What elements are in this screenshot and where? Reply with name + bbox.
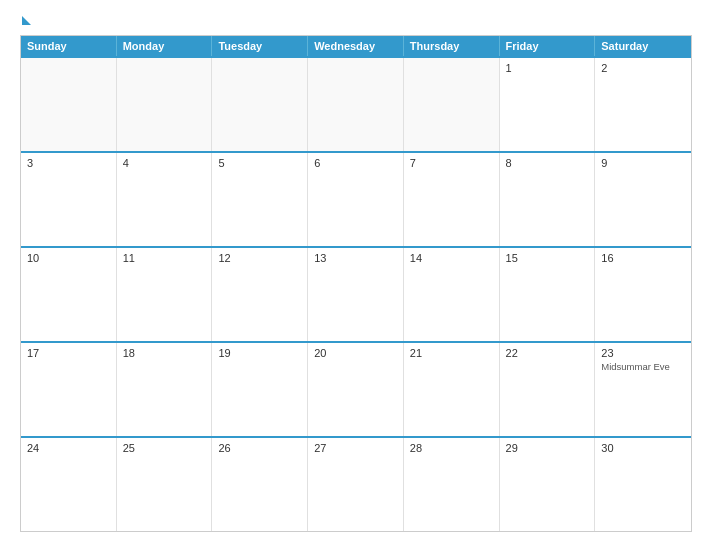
weekday-header-cell: Wednesday	[308, 36, 404, 56]
calendar-cell: 17	[21, 343, 117, 436]
calendar-cell: 23Midsummar Eve	[595, 343, 691, 436]
calendar-cell: 10	[21, 248, 117, 341]
calendar-cell: 27	[308, 438, 404, 531]
day-number: 9	[601, 157, 685, 169]
calendar-cell: 8	[500, 153, 596, 246]
calendar-cell: 30	[595, 438, 691, 531]
calendar-cell: 1	[500, 58, 596, 151]
calendar-cell: 3	[21, 153, 117, 246]
day-number: 18	[123, 347, 206, 359]
calendar-cell: 29	[500, 438, 596, 531]
day-number: 11	[123, 252, 206, 264]
day-number: 29	[506, 442, 589, 454]
weekday-header-cell: Sunday	[21, 36, 117, 56]
day-number: 3	[27, 157, 110, 169]
day-number: 21	[410, 347, 493, 359]
page-header	[20, 18, 692, 25]
calendar-week-row: 10111213141516	[21, 246, 691, 341]
day-number: 24	[27, 442, 110, 454]
logo-triangle-icon	[22, 16, 31, 25]
calendar-cell: 21	[404, 343, 500, 436]
weekday-header-cell: Saturday	[595, 36, 691, 56]
calendar-cell: 19	[212, 343, 308, 436]
calendar-cell	[404, 58, 500, 151]
calendar-cell: 9	[595, 153, 691, 246]
calendar-cell: 2	[595, 58, 691, 151]
calendar-cell: 24	[21, 438, 117, 531]
calendar-body: 1234567891011121314151617181920212223Mid…	[21, 56, 691, 531]
weekday-header-cell: Friday	[500, 36, 596, 56]
logo	[20, 18, 31, 25]
calendar-cell: 20	[308, 343, 404, 436]
day-number: 14	[410, 252, 493, 264]
day-number: 22	[506, 347, 589, 359]
day-number: 20	[314, 347, 397, 359]
calendar-week-row: 24252627282930	[21, 436, 691, 531]
day-number: 30	[601, 442, 685, 454]
calendar-cell: 22	[500, 343, 596, 436]
calendar-page: SundayMondayTuesdayWednesdayThursdayFrid…	[0, 0, 712, 550]
day-number: 25	[123, 442, 206, 454]
day-number: 27	[314, 442, 397, 454]
calendar-cell: 28	[404, 438, 500, 531]
calendar-cell: 18	[117, 343, 213, 436]
calendar-week-row: 3456789	[21, 151, 691, 246]
calendar-cell: 16	[595, 248, 691, 341]
day-number: 6	[314, 157, 397, 169]
day-number: 4	[123, 157, 206, 169]
calendar-cell: 13	[308, 248, 404, 341]
day-number: 8	[506, 157, 589, 169]
day-number: 15	[506, 252, 589, 264]
day-number: 10	[27, 252, 110, 264]
calendar-cell: 12	[212, 248, 308, 341]
calendar-cell: 4	[117, 153, 213, 246]
calendar-cell: 26	[212, 438, 308, 531]
day-number: 19	[218, 347, 301, 359]
calendar-week-row: 12	[21, 56, 691, 151]
day-number: 28	[410, 442, 493, 454]
calendar-cell	[212, 58, 308, 151]
weekday-header-cell: Thursday	[404, 36, 500, 56]
day-number: 2	[601, 62, 685, 74]
day-number: 1	[506, 62, 589, 74]
weekday-header-cell: Monday	[117, 36, 213, 56]
weekday-header-cell: Tuesday	[212, 36, 308, 56]
day-number: 17	[27, 347, 110, 359]
day-number: 7	[410, 157, 493, 169]
day-event: Midsummar Eve	[601, 361, 685, 372]
day-number: 23	[601, 347, 685, 359]
calendar-cell: 5	[212, 153, 308, 246]
day-number: 26	[218, 442, 301, 454]
day-number: 5	[218, 157, 301, 169]
calendar-cell: 14	[404, 248, 500, 341]
day-number: 12	[218, 252, 301, 264]
weekday-header-row: SundayMondayTuesdayWednesdayThursdayFrid…	[21, 36, 691, 56]
day-number: 13	[314, 252, 397, 264]
calendar-cell	[21, 58, 117, 151]
calendar-cell: 25	[117, 438, 213, 531]
calendar-cell	[117, 58, 213, 151]
calendar-grid: SundayMondayTuesdayWednesdayThursdayFrid…	[20, 35, 692, 532]
day-number: 16	[601, 252, 685, 264]
calendar-cell: 6	[308, 153, 404, 246]
calendar-cell: 15	[500, 248, 596, 341]
calendar-week-row: 17181920212223Midsummar Eve	[21, 341, 691, 436]
calendar-cell	[308, 58, 404, 151]
calendar-cell: 7	[404, 153, 500, 246]
calendar-cell: 11	[117, 248, 213, 341]
